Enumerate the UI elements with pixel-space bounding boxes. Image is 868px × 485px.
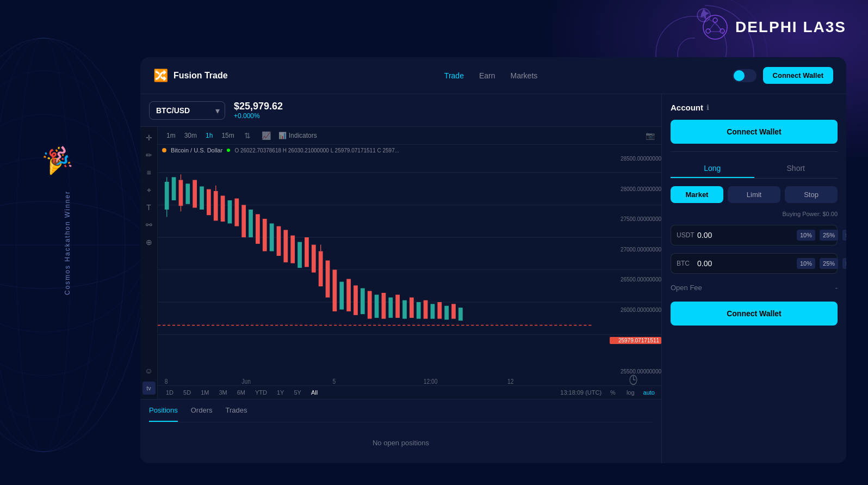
open-fee-value: -	[835, 284, 838, 292]
time-controls: 1D 5D 1M 3M 6M YTD 1Y 5Y All 13:18:09 (U…	[158, 385, 661, 399]
long-tab[interactable]: Long	[671, 159, 754, 178]
svg-rect-53	[326, 261, 330, 298]
buying-power-label: Buying Power:	[782, 211, 821, 217]
svg-text:12: 12	[507, 377, 514, 385]
svg-text:8: 8	[165, 377, 168, 385]
open-fee-row: Open Fee -	[671, 281, 838, 294]
tab-orders[interactable]: Orders	[191, 400, 213, 422]
limit-tab[interactable]: Limit	[728, 186, 780, 203]
indicators-button[interactable]: 📊 Indicators	[278, 132, 317, 139]
info-icon[interactable]: ℹ	[706, 103, 709, 112]
timeframe-30m[interactable]: 30m	[182, 131, 199, 140]
usdt-50pct[interactable]: 50%	[842, 230, 846, 241]
connect-wallet-bottom-button[interactable]: Connect Wallet	[671, 302, 838, 326]
range-1m[interactable]: 1M	[199, 388, 210, 397]
svg-rect-45	[277, 226, 281, 256]
range-3m[interactable]: 3M	[217, 388, 228, 397]
svg-point-10	[703, 15, 727, 39]
auto-scale[interactable]: auto	[643, 389, 655, 396]
range-5y[interactable]: 5Y	[292, 388, 302, 397]
svg-text:12:00: 12:00	[424, 377, 438, 385]
btc-10pct[interactable]: 10%	[797, 258, 815, 269]
range-ytd[interactable]: YTD	[253, 388, 269, 397]
svg-rect-27	[172, 177, 176, 201]
usdt-label: USDT	[677, 231, 693, 239]
lines-tool[interactable]: ≡	[142, 166, 156, 179]
screenshot-button[interactable]: 📷	[646, 131, 655, 140]
svg-rect-35	[214, 191, 218, 220]
chart-tools: ✛ ✏ ≡ ⌖ T ⚯ ⊕ ☺ tv	[140, 127, 158, 399]
account-title: Account	[671, 103, 703, 112]
nav-markets[interactable]: Markets	[511, 69, 538, 82]
svg-rect-50	[312, 245, 316, 273]
svg-rect-42	[256, 214, 260, 244]
chart-timestamp: 13:18:09 (UTC)	[560, 389, 602, 396]
magnet-tool[interactable]: ⌖	[142, 183, 156, 197]
chart-canvas: Bitcoin / U.S. Dollar O 26022.70378618 H…	[158, 145, 661, 385]
btc-input[interactable]	[697, 259, 792, 268]
btc-dot	[162, 148, 166, 152]
theme-toggle[interactable]	[733, 69, 757, 82]
timeframe-15m[interactable]: 15m	[219, 131, 236, 140]
right-panel: Account ℹ Connect Wallet Long Short Mark…	[661, 94, 846, 463]
svg-rect-38	[228, 200, 232, 224]
chart-type-icon[interactable]: ⇅	[241, 130, 254, 141]
usdt-10pct[interactable]: 10%	[797, 230, 815, 241]
market-tab[interactable]: Market	[671, 186, 723, 203]
buying-power-value: $0.00	[822, 211, 838, 217]
connect-wallet-main-button[interactable]: Connect Wallet	[671, 120, 838, 144]
order-type-tabs: Market Limit Stop	[671, 186, 838, 203]
svg-rect-64	[402, 300, 407, 319]
measure-tool[interactable]: ⚯	[142, 218, 156, 231]
svg-rect-67	[424, 300, 428, 319]
svg-point-4	[16, 38, 71, 452]
svg-point-8	[0, 114, 147, 376]
delphi-name: DELPHI LA3S	[735, 19, 846, 36]
crosshair-tool[interactable]: ✛	[142, 131, 156, 144]
svg-point-9	[0, 71, 147, 419]
btc-50pct[interactable]: 50%	[842, 258, 846, 269]
app-logo: 🔀 Fusion Trade	[153, 69, 228, 83]
usdt-25pct[interactable]: 25%	[820, 230, 838, 241]
smiley-tool[interactable]: ☺	[142, 364, 156, 377]
tab-content-positions: No open positions	[149, 422, 653, 463]
svg-rect-57	[354, 285, 358, 315]
timeframe-1m[interactable]: 1m	[164, 131, 178, 140]
pencil-tool[interactable]: ✏	[142, 149, 156, 162]
svg-rect-37	[221, 196, 225, 222]
app-body: BTC/USD $25,979.62 +0.000% ✛ ✏ ≡ ⌖ T	[140, 94, 846, 463]
nav-earn[interactable]: Earn	[479, 69, 495, 82]
svg-point-1	[0, 38, 147, 452]
timeframe-1h[interactable]: 1h	[203, 131, 215, 140]
btc-25pct[interactable]: 25%	[820, 258, 838, 269]
tab-positions[interactable]: Positions	[149, 400, 178, 422]
svg-line-14	[715, 22, 721, 29]
trading-controls: BTC/USD $25,979.62 +0.000%	[140, 94, 661, 127]
short-tab[interactable]: Short	[754, 159, 838, 178]
tab-trades[interactable]: Trades	[225, 400, 247, 422]
zoom-tool[interactable]: ⊕	[142, 236, 156, 249]
svg-point-3	[0, 38, 98, 452]
range-1d[interactable]: 1D	[164, 388, 175, 397]
stop-tab[interactable]: Stop	[785, 186, 838, 203]
log-scale[interactable]: log	[624, 388, 637, 397]
usdt-input[interactable]	[697, 231, 792, 240]
range-5d[interactable]: 5D	[182, 388, 193, 397]
app-name: Fusion Trade	[173, 71, 228, 81]
connect-wallet-header-button[interactable]: Connect Wallet	[763, 67, 833, 84]
nav-trade[interactable]: Trade	[444, 69, 464, 82]
svg-rect-28	[179, 180, 183, 206]
svg-rect-62	[388, 298, 393, 318]
range-1y[interactable]: 1Y	[275, 388, 286, 397]
text-tool[interactable]: T	[142, 201, 156, 214]
long-short-tabs: Long Short	[671, 159, 838, 179]
range-6m[interactable]: 6M	[235, 388, 247, 397]
tradingview-logo: tv	[142, 382, 156, 395]
btc-label: BTC	[677, 260, 693, 267]
fusion-logo-icon: 🔀	[153, 69, 168, 83]
chart-line-icon[interactable]: 📈	[258, 130, 274, 141]
pair-selector[interactable]: BTC/USD	[149, 101, 225, 120]
svg-rect-65	[410, 298, 414, 318]
range-all[interactable]: All	[309, 388, 319, 397]
pct-scale[interactable]: %	[608, 388, 618, 397]
